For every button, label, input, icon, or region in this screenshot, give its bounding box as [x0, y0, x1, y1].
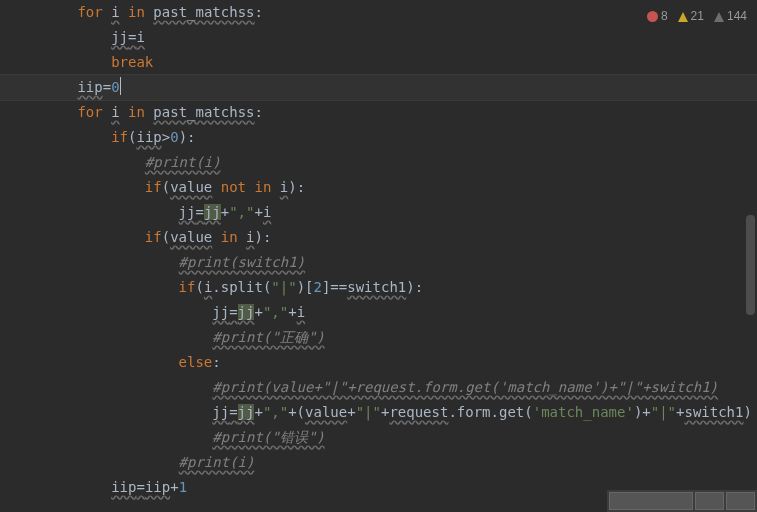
code-area[interactable]: for i in past_matchss: jj=i break iip=0 … — [0, 0, 757, 500]
error-count-value: 8 — [661, 4, 668, 29]
code-line[interactable]: jj=jj+","+(value+"|"+request.form.get('m… — [0, 400, 757, 425]
code-line[interactable]: for i in past_matchss: — [0, 0, 757, 25]
code-line[interactable]: if(i.split("|")[2]==switch1): — [0, 275, 757, 300]
code-line[interactable]: #print("错误") — [0, 425, 757, 450]
warning-icon — [678, 12, 688, 22]
typo-count-value: 144 — [727, 4, 747, 29]
code-line[interactable]: for i in past_matchss: — [0, 100, 757, 125]
code-line[interactable]: #print(switch1) — [0, 250, 757, 275]
overlay-block — [695, 492, 724, 510]
text-caret — [120, 77, 121, 95]
error-count: 8 — [647, 4, 668, 29]
code-line[interactable]: iip=0 — [0, 75, 757, 100]
inspection-status: 8 21 144 — [647, 4, 747, 29]
code-line[interactable]: #print(i) — [0, 450, 757, 475]
code-line[interactable]: if(value not in i): — [0, 175, 757, 200]
code-line[interactable]: #print(value+"|"+request.form.get('match… — [0, 375, 757, 400]
code-line[interactable]: if(value in i): — [0, 225, 757, 250]
code-line[interactable]: jj=jj+","+i — [0, 200, 757, 225]
code-line[interactable]: #print("正确") — [0, 325, 757, 350]
code-line[interactable]: jj=i — [0, 25, 757, 50]
code-editor[interactable]: 8 21 144 for i in past_matchss: jj=i bre… — [0, 0, 757, 512]
overlay-block — [726, 492, 755, 510]
typo-count: 144 — [714, 4, 747, 29]
scrollbar-thumb[interactable] — [746, 215, 755, 315]
warning-count-value: 21 — [691, 4, 704, 29]
code-line[interactable]: jj=jj+","+i — [0, 300, 757, 325]
bottom-overlay — [607, 490, 757, 512]
warning-count: 21 — [678, 4, 704, 29]
typo-icon — [714, 12, 724, 22]
overlay-block — [609, 492, 693, 510]
code-line[interactable]: #print(i) — [0, 150, 757, 175]
code-line[interactable]: break — [0, 50, 757, 75]
code-line[interactable]: if(iip>0): — [0, 125, 757, 150]
error-icon — [647, 11, 658, 22]
code-line[interactable]: else: — [0, 350, 757, 375]
